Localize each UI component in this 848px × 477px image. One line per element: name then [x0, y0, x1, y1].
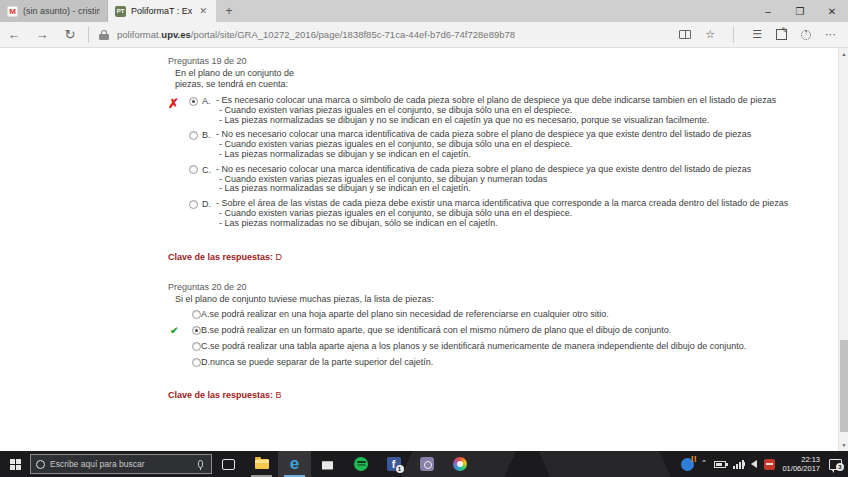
start-button[interactable] — [0, 459, 30, 470]
address-bar[interactable]: poliformat.upv.es/portal/site/GRA_10272_… — [117, 29, 515, 40]
option-c: C. - No es necesario colocar una marca i… — [168, 165, 818, 194]
clock-date: 01/06/2017 — [782, 464, 820, 473]
more-options-icon[interactable]: ⋯ — [825, 28, 836, 41]
incorrect-mark-icon: ✗ — [168, 96, 179, 111]
option-a: A. se podrá realizar en una hoja aparte … — [192, 309, 818, 319]
option-text: se podrá realizar en una hoja aparte del… — [210, 309, 609, 319]
edge-browser-window: M (sin asunto) - cristinamartim PT Polif… — [0, 0, 848, 477]
reading-view-icon[interactable] — [679, 30, 691, 39]
scroll-down-icon[interactable]: ▼ — [839, 439, 848, 451]
radio-option-a[interactable] — [189, 97, 198, 106]
refresh-button[interactable]: ↻ — [56, 27, 84, 42]
radio-option-b[interactable] — [189, 131, 198, 140]
forward-button[interactable]: → — [28, 27, 56, 42]
option-text: - No es necesario colocar una marca iden… — [216, 130, 751, 159]
taskbar-apps: e f1 — [212, 451, 476, 477]
tab-gmail[interactable]: M (sin asunto) - cristinamartim — [0, 0, 108, 22]
radio-option-b[interactable] — [192, 326, 201, 335]
option-letter: B. — [202, 130, 216, 159]
cortana-icon — [36, 460, 45, 469]
hub-icon[interactable]: ☰ — [752, 28, 762, 41]
tab-bar: M (sin asunto) - cristinamartim PT Polif… — [0, 0, 848, 22]
edge-button[interactable]: e — [278, 451, 311, 477]
question-19-text: En el plano de un conjunto de piezas, se… — [175, 68, 818, 89]
cortana-search-box[interactable]: Escribe aquí para buscar — [30, 454, 212, 474]
window-controls: – ❐ ✕ — [752, 0, 848, 22]
divider — [733, 27, 734, 43]
question-20-header: Preguntas 20 de 20 — [168, 282, 818, 292]
close-button[interactable]: ✕ — [816, 0, 848, 22]
windows-taskbar: Escribe aquí para buscar e f1 ⌃ — [0, 451, 848, 477]
search-placeholder: Escribe aquí para buscar — [50, 459, 193, 469]
battery-icon[interactable] — [714, 461, 726, 468]
correct-mark-icon: ✔ — [170, 325, 178, 336]
minimize-button[interactable]: – — [752, 0, 784, 22]
back-button[interactable]: ← — [0, 27, 28, 42]
clock[interactable]: 22:13 01/06/2017 — [782, 455, 820, 473]
option-letter: C. — [202, 165, 216, 194]
tab-title: (sin asunto) - cristinamartim — [23, 6, 100, 16]
facebook-button[interactable]: f1 — [377, 451, 410, 477]
favorites-star-icon[interactable]: ☆ — [705, 28, 715, 41]
vertical-scrollbar[interactable]: ▲ ▼ — [838, 48, 848, 451]
option-text: se podrá realizar en un formato aparte, … — [210, 325, 672, 335]
option-text: - No es necesario colocar una marca iden… — [216, 165, 751, 194]
radio-option-c[interactable] — [189, 165, 198, 174]
facebook-icon: f1 — [387, 457, 401, 471]
option-letter: B. — [201, 325, 210, 335]
lock-icon — [99, 30, 109, 40]
question-19-header: Preguntas 19 de 20 — [168, 56, 818, 66]
store-bag-icon — [322, 459, 333, 470]
task-view-icon — [222, 459, 235, 470]
spotify-icon — [354, 457, 368, 471]
windows-logo-icon — [10, 459, 21, 470]
page-content: Preguntas 19 de 20 En el plano de un con… — [0, 48, 838, 451]
microphone-icon[interactable] — [198, 460, 203, 468]
option-b: B. - No es necesario colocar una marca i… — [168, 130, 818, 159]
option-a: ✗ A. - Es necesario colocar una marca o … — [168, 96, 818, 125]
option-text: - Es necesario colocar una marca o simbo… — [216, 96, 776, 125]
tray-app-icon[interactable] — [764, 459, 775, 470]
clock-time: 22:13 — [782, 455, 820, 464]
photo-app-button[interactable] — [410, 451, 443, 477]
answer-key-19: Clave de las respuestas: D — [168, 252, 818, 262]
new-tab-button[interactable]: + — [216, 0, 242, 22]
option-text: - Sobre el área de las vistas de cada pi… — [216, 199, 788, 228]
option-d: D. - Sobre el área de las vistas de cada… — [168, 199, 818, 228]
scrollbar-thumb[interactable] — [840, 340, 848, 432]
option-text: nunca se puede separar de la parte super… — [210, 357, 433, 367]
scroll-up-icon[interactable]: ▲ — [839, 48, 848, 60]
camera-app-icon — [420, 457, 434, 471]
option-b: ✔ B. se podrá realizar en un formato apa… — [192, 325, 818, 335]
radio-option-a[interactable] — [192, 310, 201, 319]
option-c: C. se podrá realizar una tabla aparte aj… — [192, 341, 818, 351]
web-note-icon[interactable] — [776, 29, 787, 40]
question-19-options: ✗ A. - Es necesario colocar una marca o … — [168, 96, 818, 229]
tab-poliformat[interactable]: PT PoliformaT : Expresión C ✕ — [108, 0, 216, 22]
speaker-icon[interactable] — [751, 460, 757, 468]
option-letter: A. — [202, 96, 216, 125]
alert-tray-icon[interactable] — [681, 458, 694, 471]
folder-icon — [255, 459, 269, 469]
store-button[interactable] — [311, 451, 344, 477]
spotify-button[interactable] — [344, 451, 377, 477]
tab-close-icon[interactable]: ✕ — [197, 6, 209, 16]
task-view-button[interactable] — [212, 451, 245, 477]
answer-key-20: Clave de las respuestas: B — [168, 390, 818, 400]
radio-option-d[interactable] — [192, 358, 201, 367]
option-letter: D. — [201, 357, 210, 367]
maximize-button[interactable]: ❐ — [784, 0, 816, 22]
radio-option-d[interactable] — [189, 200, 198, 209]
facebook-badge: 1 — [396, 465, 404, 473]
paint-app-button[interactable] — [443, 451, 476, 477]
option-letter: C. — [201, 341, 210, 351]
file-explorer-button[interactable] — [245, 451, 278, 477]
show-hidden-icons-chevron[interactable]: ⌃ — [701, 459, 708, 468]
navbar-actions: ☆ ☰ ⋯ — [679, 27, 848, 43]
radio-option-c[interactable] — [192, 342, 201, 351]
system-tray: ⌃ 22:13 01/06/2017 3 — [681, 455, 848, 473]
gmail-icon: M — [7, 6, 18, 17]
poliformat-icon: PT — [115, 6, 126, 17]
action-center-icon[interactable]: 3 — [829, 459, 842, 470]
share-icon[interactable] — [801, 30, 811, 40]
